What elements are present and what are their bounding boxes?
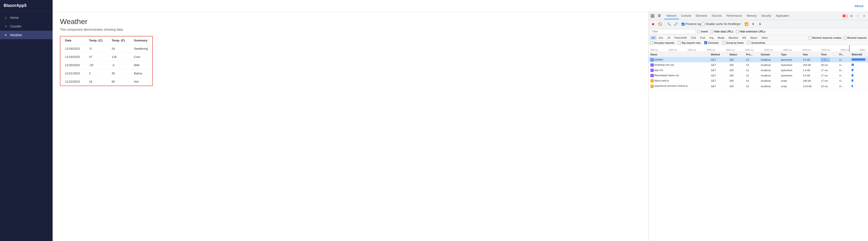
type-btn-font[interactable]: Font [698,36,707,39]
filter-icon[interactable]: 🔍 [666,21,672,27]
preserve-log-label[interactable]: Preserve log [682,23,701,26]
close-devtools-icon[interactable]: ✕ [861,13,867,19]
blocked-cookies-check[interactable]: Blocked response cookies [809,36,842,39]
filter-bar: Invert Hide data URLs Hide extension URL… [649,28,868,35]
network-table-row[interactable]: CBlazorApp5.styles.cssGET200h2localhosts… [649,73,868,78]
upload-icon[interactable]: ⬆ [750,21,756,27]
col-summary: Summary [129,36,153,44]
svg-rect-2 [651,16,652,18]
disable-cache-label[interactable]: Disable cache [702,23,723,26]
network-table-row[interactable]: Cbootstrap.min.cssGET200h2localhoststyle… [649,62,868,68]
timeline-bar: 500 ms1000 ms1500 ms2000 ms2500 ms3000 m… [649,45,868,52]
table-row: 11/18/2023-524Sweltering [60,44,152,53]
search-icon[interactable]: 🔎 [673,21,679,27]
overview-checkbox[interactable] [704,41,707,44]
hide-ext-urls-checkbox[interactable] [736,30,739,33]
table-row: 11/21/2023235Balmy [60,69,152,78]
devtools-tab-performance[interactable]: Performance [724,13,744,19]
devtools-tab-memory[interactable]: Memory [744,13,759,19]
sidebar-item-weather-label: Weather [10,33,22,37]
weather-table: Date Temp. (C) Temp. (F) Summary 11/18/2… [60,36,152,86]
group-by-frame-checkbox[interactable] [722,41,725,44]
throttle-select[interactable]: No throttling ▾ [724,23,741,26]
screenshots-check[interactable]: Screenshots [747,41,765,44]
table-row: 11/22/20231660Hot [60,78,152,86]
filter-input[interactable] [650,29,696,34]
network-table-row[interactable]: DweatherGET200h2localhostdocument4.5 kB5… [649,57,868,62]
network-col-method: Method [709,52,727,57]
top-bar-about[interactable]: About [855,4,863,8]
devtools-tab-application[interactable]: Application [774,13,792,19]
third-party-checkbox[interactable] [650,41,653,44]
screenshots-checkbox[interactable] [747,41,750,44]
type-bar: AllDocJSFetch/XHRCSSFontImgMediaManifest… [649,35,868,40]
hide-data-urls-check[interactable]: Hide data URLs [710,30,734,33]
big-rows-check[interactable]: Big request rows [678,41,701,44]
more-icon[interactable]: ⋮ [855,13,861,19]
type-btn-img[interactable]: Img [707,36,715,39]
svg-rect-1 [653,14,654,16]
type-btn-fetch-xhr[interactable]: Fetch/XHR [673,36,689,39]
big-rows-checkbox[interactable] [678,41,681,44]
network-table-row[interactable]: Jaspnetcore-browser-refresh.jsGET200h2lo… [649,84,868,89]
script-icon: J [650,85,654,88]
svg-rect-3 [653,16,654,18]
timeline-label: 4000 ms [783,49,792,51]
overview-check[interactable]: Overview [704,41,719,44]
devtools-tab-security[interactable]: Security [759,13,773,19]
clear-btn[interactable]: 🚫 [657,21,663,27]
sidebar-item-weather[interactable]: ≡ Weather [0,31,53,39]
devtools-tabs: NetworkConsoleElementsSourcesPerformance… [649,12,868,20]
type-btn-wasm[interactable]: Wasm [749,36,760,39]
invert-checkbox[interactable] [697,30,700,33]
devtools-tab-console[interactable]: Console [679,13,693,19]
type-btn-other[interactable]: Other [760,36,770,39]
page-subtext: This component demonstrates showing data… [60,28,641,31]
network-col-pro---: Pro... [744,52,759,57]
css-icon: C [650,74,654,77]
css-icon: C [650,63,654,67]
type-btn-js[interactable]: JS [665,36,672,39]
type-btn-ws[interactable]: WS [740,36,748,39]
devtools-right-icons: 🔴3 ⚙ ⋮ ✕ [842,13,867,19]
type-btn-doc[interactable]: Doc [657,36,665,39]
type-btn-manifest[interactable]: Manifest [727,36,740,39]
error-badge[interactable]: 🔴3 [842,13,848,19]
svg-rect-5 [659,17,659,18]
devtools-tab-network[interactable]: Network [664,13,679,19]
type-btn-media[interactable]: Media [716,36,726,39]
disable-cache-checkbox[interactable] [702,23,705,26]
network-table-row[interactable]: Jblazor.web.jsGET200h2localhostscript186… [649,78,868,84]
devtools-tab-elements[interactable]: Elements [693,13,710,19]
devtools-tab-icon-group [650,13,662,19]
devtools-panel: NetworkConsoleElementsSourcesPerformance… [648,12,868,241]
hide-data-urls-checkbox[interactable] [710,30,713,33]
sidebar: BlazorApp5 ⌂ Home ＋ Counter ≡ Weather [0,0,53,241]
sidebar-item-counter[interactable]: ＋ Counter [0,22,53,31]
type-btn-css[interactable]: CSS [689,36,698,39]
blocked-cookies-checkbox[interactable] [809,36,811,39]
devtools-tab-sources[interactable]: Sources [710,13,724,19]
type-btn-all[interactable]: All [650,36,656,39]
group-by-frame-check[interactable]: Group by frame [722,41,744,44]
device-toggle-icon[interactable] [656,13,662,19]
preserve-log-checkbox[interactable] [682,23,685,26]
page-body: Weather This component demonstrates show… [53,12,648,241]
invert-check[interactable]: Invert [697,30,708,33]
hide-ext-urls-check[interactable]: Hide extension URLs [736,30,766,33]
blocked-requests-check[interactable]: Blocked requests [843,36,867,39]
third-party-check[interactable]: 3rd-party requests [650,41,674,44]
network-table-header: NameMethodStatusPro...DomainTypeSizeTime… [649,52,868,57]
timeline-label: 5500 ms [841,49,849,51]
timeline-label: 3500 ms [764,49,773,51]
inspect-icon[interactable] [650,13,655,19]
record-stop-btn[interactable]: ⏺ [650,21,656,27]
sidebar-item-home[interactable]: ⌂ Home [0,13,53,22]
network-table-container: NameMethodStatusPro...DomainTypeSizeTime… [649,52,868,241]
timeline-label: 6000 r [860,49,866,51]
wifi-icon[interactable]: 📶 [743,21,749,27]
settings-icon[interactable]: ⚙ [848,13,854,19]
network-table-row[interactable]: Capp.cssGET200h2localhoststylesheet2.6 k… [649,68,868,73]
download-icon[interactable]: ⬇ [757,21,763,27]
blocked-requests-checkbox[interactable] [843,36,846,39]
